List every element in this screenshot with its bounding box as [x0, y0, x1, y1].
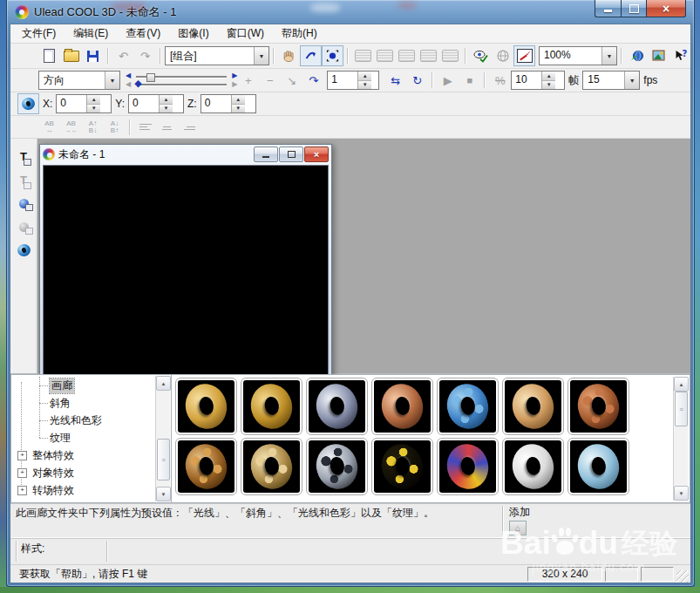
- title-bar[interactable]: Ulead COOL 3D - 未命名 - 1 ×: [7, 0, 694, 24]
- kerning-condense-button[interactable]: AB→←: [60, 117, 82, 138]
- tree-item-object-effects[interactable]: +对象特效: [15, 464, 153, 481]
- expand-icon[interactable]: +: [17, 468, 27, 478]
- document-restore-button[interactable]: [279, 147, 303, 162]
- prev-frame-icon[interactable]: ◀: [126, 81, 131, 88]
- scroll-up-icon[interactable]: ▲: [674, 377, 689, 392]
- save-file-button[interactable]: [82, 45, 104, 66]
- close-button[interactable]: ×: [647, 0, 686, 17]
- open-file-button[interactable]: [60, 45, 82, 66]
- tree-item-gallery[interactable]: 画廊: [15, 377, 153, 394]
- chrome-torus-thumb[interactable]: [306, 378, 368, 435]
- preview-quality-button[interactable]: [470, 45, 492, 66]
- object-library-button[interactable]: [13, 240, 35, 261]
- export-image-file-button[interactable]: [352, 45, 374, 66]
- insert-graphics-button[interactable]: [13, 193, 35, 214]
- gallery-scrollbar[interactable]: ▲ ≡ ▼: [673, 377, 688, 501]
- spin-down-icon[interactable]: ▼: [160, 105, 173, 113]
- dropdown-icon[interactable]: ▼: [601, 47, 616, 65]
- edit-graphics-button[interactable]: [13, 216, 35, 237]
- tree-item-transition-effects[interactable]: +转场特效: [15, 481, 153, 499]
- dropdown-icon[interactable]: ▼: [624, 72, 639, 89]
- scroll-down-icon[interactable]: ▼: [156, 487, 171, 501]
- spin-up-icon[interactable]: ▲: [160, 95, 173, 105]
- align-left-button[interactable]: [134, 117, 156, 138]
- add-to-gallery-button[interactable]: ⌂: [509, 521, 527, 535]
- reverse-animation-button[interactable]: ↷: [302, 70, 324, 91]
- spin-up-icon[interactable]: ▲: [232, 95, 245, 105]
- total-frames-spinner[interactable]: 10 ▲▼: [511, 71, 565, 90]
- stained-glass-torus-thumb[interactable]: [437, 438, 499, 495]
- document-minimize-button[interactable]: [254, 147, 278, 162]
- onscreen-edit-button[interactable]: [513, 45, 535, 66]
- slider-track-bottom[interactable]: [136, 84, 227, 85]
- remove-keyframe-button[interactable]: −: [259, 70, 281, 91]
- zoom-combo[interactable]: 100% ▼: [539, 46, 617, 65]
- frame-slider[interactable]: ◆: [134, 72, 228, 89]
- edit-rotate-tool-button[interactable]: [300, 45, 322, 66]
- export-video-button[interactable]: [418, 45, 439, 66]
- gold-matte-torus-thumb[interactable]: [175, 378, 237, 435]
- leading-condense-button[interactable]: A↓B↑: [104, 117, 126, 138]
- copper-torus-thumb[interactable]: [371, 378, 433, 435]
- spin-up-icon[interactable]: ▲: [87, 95, 100, 105]
- export-animation-file-button[interactable]: [374, 45, 396, 66]
- tree-item-bevel[interactable]: 斜角: [15, 394, 153, 412]
- menu-item-edit[interactable]: 编辑(E): [65, 24, 116, 43]
- maximize-button[interactable]: [621, 0, 647, 17]
- scroll-down-icon[interactable]: ▼: [674, 486, 689, 501]
- menu-item-window[interactable]: 窗口(W): [219, 24, 272, 43]
- transform-mode-button[interactable]: [17, 93, 39, 114]
- stop-button[interactable]: ■: [459, 70, 480, 91]
- menu-item-image[interactable]: 图像(I): [170, 24, 216, 43]
- add-keyframe-button[interactable]: +: [237, 70, 259, 91]
- pan-tool-button[interactable]: [278, 45, 300, 66]
- gold-ring-torus-thumb[interactable]: [241, 378, 302, 435]
- record-animation-button[interactable]: %: [489, 70, 511, 91]
- document-window[interactable]: 未命名 - 1 ×: [39, 144, 332, 379]
- export-to-web-button[interactable]: [626, 45, 648, 66]
- gold-quilted-torus-thumb[interactable]: [241, 438, 302, 495]
- slider-handle-square[interactable]: [146, 73, 155, 82]
- tree-item-light-color[interactable]: 光线和色彩: [15, 412, 153, 429]
- document-title-bar[interactable]: 未命名 - 1 ×: [40, 145, 331, 164]
- spin-up-icon[interactable]: ▲: [542, 72, 555, 81]
- document-close-button[interactable]: ×: [304, 147, 329, 162]
- undo-button[interactable]: ↶: [112, 45, 134, 66]
- gallery-scrollbar-thumb[interactable]: ≡: [675, 392, 688, 426]
- fps-combo[interactable]: 15 ▼: [582, 71, 640, 90]
- tree-item-texture[interactable]: 纹理: [15, 429, 153, 446]
- align-right-button[interactable]: [178, 117, 200, 138]
- z-spinner[interactable]: 0 ▲▼: [200, 94, 256, 113]
- object-selector-combo[interactable]: [组合] ▼: [165, 46, 269, 65]
- minimize-button[interactable]: [595, 0, 621, 17]
- spin-down-icon[interactable]: ▼: [87, 105, 100, 113]
- dropdown-icon[interactable]: ▼: [254, 47, 268, 65]
- spin-down-icon[interactable]: ▼: [542, 81, 555, 90]
- play-button[interactable]: ▶: [437, 70, 459, 91]
- blue-marble-torus-thumb[interactable]: [567, 438, 629, 495]
- scroll-up-icon[interactable]: ▲: [156, 376, 171, 391]
- menu-item-view[interactable]: 查看(V): [118, 24, 168, 43]
- spin-down-icon[interactable]: ▼: [232, 105, 245, 113]
- menu-item-help[interactable]: 帮助(H): [274, 24, 325, 43]
- insert-text-button[interactable]: T: [13, 146, 35, 167]
- loop-mode-button[interactable]: ⇆: [384, 70, 406, 91]
- redo-button[interactable]: ↷: [134, 45, 156, 66]
- gold-spots-torus-thumb[interactable]: [371, 438, 433, 495]
- document-canvas[interactable]: [43, 165, 329, 376]
- fit-object-tool-button[interactable]: [322, 45, 343, 66]
- align-center-button[interactable]: [156, 117, 178, 138]
- context-help-button[interactable]: ?: [669, 45, 691, 66]
- leading-expand-button[interactable]: A↑B↓: [82, 117, 104, 138]
- resize-grip[interactable]: [676, 570, 689, 583]
- sand-ring-torus-thumb[interactable]: [502, 378, 564, 435]
- slider-handle-diamond[interactable]: ◆: [134, 78, 141, 88]
- edit-text-button[interactable]: T: [13, 169, 35, 190]
- new-file-button[interactable]: [38, 45, 60, 66]
- web-preview-button[interactable]: [492, 45, 513, 66]
- terracotta-carved-torus-thumb[interactable]: [567, 378, 629, 435]
- spin-down-icon[interactable]: ▼: [358, 81, 371, 90]
- menu-item-file[interactable]: 文件(F): [14, 24, 64, 43]
- export-sequence-button[interactable]: [439, 45, 461, 66]
- cycle-mode-button[interactable]: ↻: [406, 70, 428, 91]
